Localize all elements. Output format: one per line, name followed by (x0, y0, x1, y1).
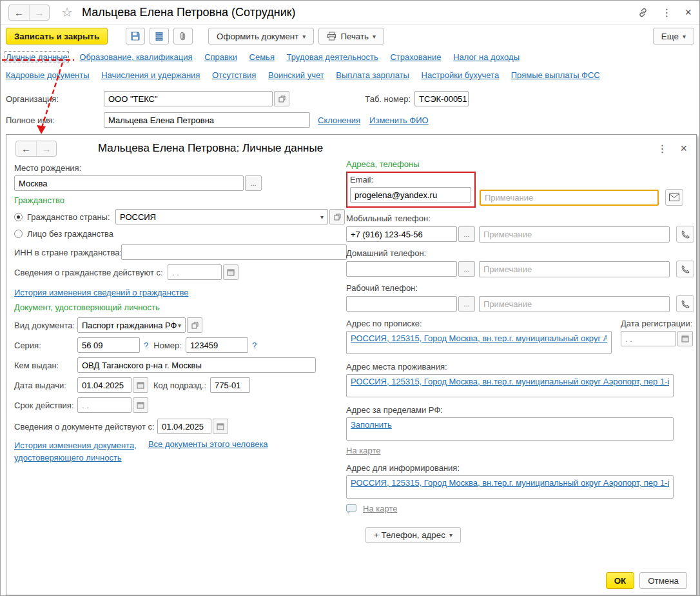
full-name-field[interactable]: Мальцева Елена Петровна (104, 112, 310, 128)
tab-military[interactable]: Воинский учет (268, 70, 324, 80)
series-field[interactable]: 56 09 (77, 337, 140, 353)
info-address-box[interactable]: РОССИЯ, 125315, Город Москва, вн.тер.г. … (346, 475, 674, 499)
citizenship-open-icon[interactable] (329, 209, 345, 224)
home-phone-field[interactable] (346, 261, 457, 277)
tab-salary-payment[interactable]: Выплата зарплаты (336, 70, 409, 80)
work-phone-field[interactable] (346, 296, 457, 312)
tabs-row-1: Личные данные Образование, квалификация … (1, 48, 699, 64)
tab-fss[interactable]: Прямые выплаты ФСС (511, 70, 600, 80)
attach-button[interactable] (173, 28, 193, 45)
tab-accruals[interactable]: Начисления и удержания (101, 70, 200, 80)
mobile-select-button[interactable]: ... (458, 226, 475, 242)
ok-button[interactable]: ОК (606, 572, 635, 589)
close-window-icon[interactable]: × (685, 6, 692, 19)
tab-insurance[interactable]: Страхование (390, 52, 441, 62)
dialog-title: Мальцева Елена Петровна: Личные данные (98, 142, 323, 155)
number-help-icon[interactable]: ? (252, 341, 257, 350)
citizenship-valid-calendar-icon[interactable] (223, 264, 238, 280)
favorite-star-icon[interactable]: ☆ (61, 5, 73, 20)
dialog-kebab-menu-icon[interactable]: ⋮ (657, 143, 667, 155)
mobile-note-input[interactable] (479, 226, 670, 243)
number-field[interactable]: 123459 (186, 337, 248, 353)
email-highlight-box: Email: progelena@yandex.ru (346, 172, 476, 208)
birthplace-select-button[interactable]: ... (245, 175, 262, 191)
details-button[interactable] (150, 28, 169, 45)
home-phone-select-button[interactable]: ... (458, 261, 475, 277)
save-button[interactable] (126, 28, 145, 45)
tab-absences[interactable]: Отсутствия (212, 70, 256, 80)
all-docs-link[interactable]: Все документы этого человека (148, 439, 268, 449)
citizenship-valid-field[interactable]: . . (168, 264, 222, 280)
save-close-button[interactable]: Записать и закрыть (6, 28, 108, 45)
mobile-field[interactable]: +7 (916) 123-45-56 (346, 226, 457, 242)
print-button[interactable]: Печать▾ (318, 28, 384, 45)
add-phone-address-button[interactable]: + Телефон, адрес▾ (365, 527, 461, 543)
citizenship-history-link[interactable]: История изменения сведений о гражданстве (14, 288, 188, 297)
doc-type-field[interactable]: Паспорт гражданина РФ ▾ (77, 317, 186, 333)
series-help-icon[interactable]: ? (144, 341, 148, 350)
email-note-input[interactable] (480, 190, 659, 206)
citizenship-country-label: Гражданство страны: (27, 212, 115, 222)
declensions-link[interactable]: Склонения (318, 115, 360, 125)
call-mobile-button[interactable] (676, 226, 694, 243)
reg-date-field[interactable]: . . (621, 331, 676, 346)
issue-date-calendar-icon[interactable] (133, 377, 148, 393)
birthplace-label: Место рождения: (14, 163, 347, 173)
email-field[interactable]: progelena@yandex.ru (350, 187, 471, 203)
doc-history-link[interactable]: История изменения документа,удостоверяющ… (14, 439, 137, 464)
stateless-radio[interactable] (14, 230, 23, 238)
doc-valid-calendar-icon[interactable] (213, 419, 228, 434)
issue-date-field[interactable]: 01.04.2025 (77, 377, 131, 393)
tab-family[interactable]: Семья (249, 52, 275, 62)
validity-calendar-icon[interactable] (133, 397, 148, 413)
comment-bubble-icon[interactable] (346, 504, 356, 513)
birthplace-field[interactable]: Москва (14, 175, 244, 191)
citizenship-country-field[interactable]: РОССИЯ ▾ (115, 209, 328, 224)
tab-certificates[interactable]: Справки (204, 52, 237, 62)
paperclip-icon (178, 31, 188, 41)
tab-work-activity[interactable]: Трудовая деятельность (287, 52, 378, 62)
link-icon[interactable] (637, 7, 648, 18)
dialog-forward-icon[interactable]: → (36, 141, 56, 156)
reg-address-box[interactable]: РОССИЯ, 125315, Город Москва, вн.тер.г. … (346, 331, 612, 354)
work-phone-note-input[interactable] (479, 296, 670, 312)
citizenship-country-radio[interactable] (14, 213, 23, 221)
tab-education[interactable]: Образование, квалификация (79, 52, 192, 62)
doc-type-open-icon[interactable] (187, 317, 202, 333)
dept-code-field[interactable]: 775-01 (210, 377, 250, 393)
foreign-address-box[interactable]: Заполнить (346, 417, 674, 441)
org-field[interactable]: ООО "ТЕКС" (104, 91, 273, 106)
send-email-button[interactable] (665, 189, 683, 206)
org-open-icon[interactable] (274, 91, 289, 106)
validity-field[interactable]: . . (77, 397, 131, 413)
tab-personal-data[interactable]: Личные данные (6, 52, 68, 62)
residence-box[interactable]: РОССИЯ, 125315, Город Москва, вн.тер.г. … (346, 374, 674, 397)
call-work-button[interactable] (676, 295, 694, 312)
on-map-link[interactable]: На карте (346, 446, 380, 455)
inn-field[interactable] (121, 244, 347, 260)
doc-valid-field[interactable]: 01.04.2025 (157, 419, 211, 434)
forward-icon[interactable]: → (29, 5, 49, 20)
work-phone-select-button[interactable]: ... (458, 296, 475, 312)
chevron-down-icon: ▾ (320, 214, 324, 221)
dialog-close-icon[interactable]: × (680, 142, 687, 155)
dialog-back-icon[interactable]: ← (16, 141, 36, 156)
info-on-map-link[interactable]: На карте (363, 504, 397, 513)
change-name-link[interactable]: Изменить ФИО (369, 115, 429, 125)
tab-accounting[interactable]: Настройки бухучета (422, 70, 500, 80)
issued-by-field[interactable]: ОВД Таганского р-на г. Москвы (77, 357, 316, 373)
tab-number-field[interactable]: ТСЭК-00051 (414, 91, 469, 106)
reg-date-calendar-icon[interactable] (677, 331, 693, 346)
home-phone-note-input[interactable] (479, 261, 670, 277)
tab-hr-documents[interactable]: Кадровые документы (6, 70, 90, 80)
cancel-button[interactable]: Отмена (639, 572, 687, 589)
dialog-header: ← → Мальцева Елена Петровна: Личные данн… (6, 135, 696, 162)
create-document-button[interactable]: Оформить документ▾ (208, 28, 314, 45)
kebab-menu-icon[interactable]: ⋮ (661, 6, 672, 19)
contacts-header: Адреса, телефоны (346, 159, 698, 169)
tab-income-tax[interactable]: Налог на доходы (453, 52, 520, 62)
call-home-button[interactable] (676, 261, 694, 277)
back-icon[interactable]: ← (9, 5, 29, 20)
more-button[interactable]: Еще▾ (653, 28, 694, 45)
envelope-icon (669, 194, 679, 201)
